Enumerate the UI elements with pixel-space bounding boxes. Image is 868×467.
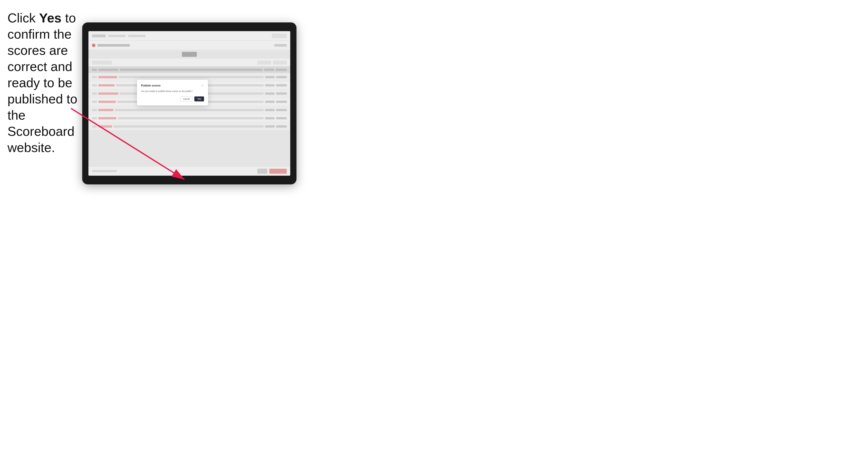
modal-header: Publish scores × bbox=[141, 84, 204, 87]
tablet-device: Publish scores × Are you ready to publis… bbox=[82, 23, 297, 184]
instruction-text-part2: to confirm the scores are correct and re… bbox=[7, 11, 77, 155]
tablet-screen: Publish scores × Are you ready to publis… bbox=[88, 31, 290, 176]
publish-scores-modal: Publish scores × Are you ready to publis… bbox=[137, 80, 208, 105]
modal-close-button[interactable]: × bbox=[200, 84, 204, 87]
modal-body-text: Are you ready to publish these scores to… bbox=[141, 90, 204, 93]
instruction-text: Click Yes to confirm the scores are corr… bbox=[7, 10, 82, 156]
instruction-text-part1: Click bbox=[7, 11, 39, 25]
cancel-button[interactable]: Cancel bbox=[180, 96, 192, 101]
modal-title: Publish scores bbox=[141, 84, 160, 87]
modal-footer: Cancel Yes bbox=[141, 96, 204, 101]
yes-button[interactable]: Yes bbox=[194, 96, 204, 101]
instruction-bold: Yes bbox=[39, 11, 62, 25]
